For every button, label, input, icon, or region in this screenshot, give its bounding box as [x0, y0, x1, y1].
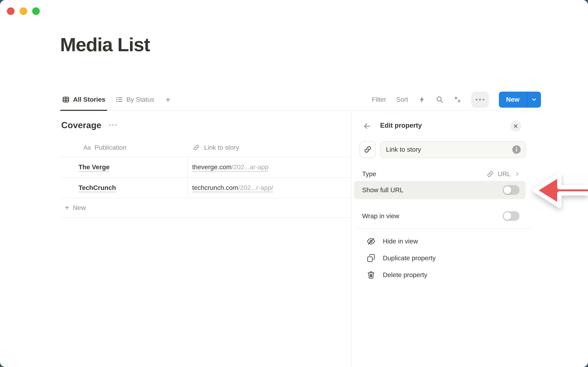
toggle-knob	[504, 212, 511, 220]
minimize-window-button[interactable]	[20, 7, 27, 15]
link-cell[interactable]: theverge.com/202...ar-app	[187, 163, 351, 171]
table-row: TechCrunch techcrunch.com/202...r-app/	[60, 178, 351, 198]
page-link[interactable]: TechCrunch	[78, 184, 116, 192]
show-full-url-label: Show full URL	[362, 186, 403, 194]
menu-item-label: Hide in view	[383, 238, 418, 245]
ellipsis-dot	[479, 99, 481, 100]
show-full-url-row[interactable]: Show full URL	[354, 181, 526, 199]
panel-title: Edit property	[380, 122, 422, 129]
wrap-in-view-row[interactable]: Wrap in view	[354, 207, 526, 225]
link-cell[interactable]: techcrunch.com/202...r-app/	[187, 184, 351, 192]
column-header-link-to-story[interactable]: Link to story	[187, 144, 351, 151]
tab-by-status[interactable]: By Status	[113, 89, 156, 110]
close-panel-button[interactable]	[510, 121, 521, 132]
wrap-in-view-toggle[interactable]	[503, 211, 519, 221]
search-icon[interactable]	[436, 96, 444, 104]
trash-icon	[366, 270, 376, 280]
url-truncated-part: /202...r-app/	[238, 184, 273, 191]
ellipsis-dot	[109, 124, 111, 126]
menu-item-delete-property[interactable]: Delete property	[354, 267, 526, 283]
url-link-icon	[193, 144, 200, 151]
close-window-button[interactable]	[7, 7, 15, 15]
menu-item-duplicate-property[interactable]: Duplicate property	[354, 250, 526, 267]
app-window: Media List All Stories	[0, 0, 588, 367]
publication-cell[interactable]: TechCrunch	[60, 184, 187, 192]
view-toolbar: All Stories By Status + Filter Sort	[60, 89, 541, 111]
type-label: Type	[362, 170, 376, 178]
url-visible-part: techcrunch.com	[192, 184, 238, 191]
panel-section-divider	[357, 228, 532, 229]
ellipsis-dot	[476, 99, 477, 100]
panel-header: Edit property	[351, 119, 588, 133]
new-button[interactable]: New	[499, 92, 527, 108]
tab-label: All Stories	[73, 96, 105, 103]
add-view-button[interactable]: +	[162, 89, 174, 110]
zoom-window-button[interactable]	[32, 7, 40, 15]
property-name-input[interactable]	[380, 141, 526, 158]
property-name-row	[360, 141, 526, 158]
table-header-row: Aa Publication Link to story	[60, 138, 351, 157]
url-truncated-part: /202...ar-app	[232, 163, 268, 171]
view-tabs: All Stories By Status +	[60, 89, 174, 110]
ellipsis-dot	[483, 99, 484, 100]
column-divider	[187, 157, 188, 197]
show-full-url-toggle[interactable]	[503, 185, 519, 195]
list-view-icon	[115, 96, 123, 103]
filter-button[interactable]: Filter	[372, 96, 386, 103]
type-value: URL	[486, 170, 520, 178]
url-link[interactable]: theverge.com/202...ar-app	[192, 163, 268, 172]
menu-item-hide-in-view[interactable]: Hide in view	[354, 233, 526, 250]
column-header-publication[interactable]: Aa Publication	[60, 144, 187, 151]
plus-icon: +	[65, 204, 69, 212]
duplicate-icon	[366, 254, 376, 263]
table-view-icon	[62, 96, 70, 103]
group-options-ellipsis-button[interactable]	[109, 124, 117, 126]
page-title: Media List	[60, 34, 150, 56]
property-name-field-wrap	[380, 141, 526, 158]
property-type-icon-button[interactable]	[360, 141, 376, 158]
chevron-right-icon	[514, 171, 520, 177]
expand-view-icon[interactable]	[454, 96, 461, 103]
url-visible-part: theverge.com	[192, 163, 232, 171]
menu-item-label: Duplicate property	[383, 254, 436, 262]
url-link-icon	[486, 170, 494, 178]
url-link[interactable]: techcrunch.com/202...r-app/	[192, 184, 273, 192]
group-title: Coverage	[61, 120, 101, 130]
edit-property-panel: Edit property	[351, 111, 588, 367]
view-options-ellipsis-button[interactable]	[471, 92, 489, 108]
automation-lightning-icon[interactable]	[418, 96, 426, 103]
group-heading: Coverage	[61, 120, 117, 130]
database-table: Aa Publication Link to story The Verge t…	[60, 138, 351, 217]
type-value-text: URL	[498, 170, 511, 178]
wrap-in-view-label: Wrap in view	[362, 212, 399, 220]
property-type-row[interactable]: Type URL	[354, 166, 526, 183]
ellipsis-dot	[112, 124, 114, 126]
toggle-knob	[504, 186, 511, 194]
info-icon[interactable]	[512, 145, 521, 156]
back-button[interactable]	[363, 122, 372, 131]
new-row-label: New	[73, 204, 86, 211]
text-type-icon: Aa	[83, 144, 91, 151]
new-dropdown-button[interactable]	[527, 92, 541, 108]
table-row: The Verge theverge.com/202...ar-app	[60, 157, 351, 178]
window-controls	[7, 7, 40, 15]
toolbar-actions: Filter Sort	[372, 89, 541, 110]
eye-off-icon	[366, 237, 376, 246]
tab-label: By Status	[126, 96, 154, 103]
new-row-button[interactable]: + New	[60, 198, 351, 217]
column-label: Link to story	[204, 144, 239, 151]
tab-all-stories[interactable]: All Stories	[60, 89, 107, 110]
sort-button[interactable]: Sort	[396, 96, 408, 103]
column-label: Publication	[95, 144, 126, 151]
new-split-button: New	[499, 92, 541, 108]
ellipsis-dot	[115, 124, 117, 126]
publication-cell[interactable]: The Verge	[60, 163, 187, 171]
page-link[interactable]: The Verge	[78, 163, 110, 172]
menu-item-label: Delete property	[383, 271, 427, 279]
